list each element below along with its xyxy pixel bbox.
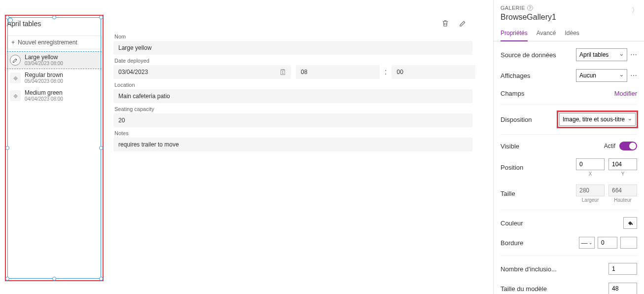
size-h-input[interactable] <box>608 184 637 196</box>
more-icon[interactable]: ⋯ <box>630 51 637 59</box>
views-label: Affichages <box>501 72 576 79</box>
field-label-location: Location <box>114 82 472 88</box>
collapse-chevron-icon[interactable]: 〉 <box>632 6 638 15</box>
layout-select[interactable]: Image, titre et sous-titre <box>559 113 636 126</box>
wrap-input[interactable] <box>608 263 637 275</box>
calendar-icon[interactable]: 🗓 <box>279 68 287 77</box>
location-input[interactable] <box>113 89 472 103</box>
pos-y-input[interactable] <box>608 158 637 170</box>
more-icon[interactable]: ⋯ <box>630 72 637 79</box>
field-label-date: Date deployed <box>114 58 472 64</box>
notes-input[interactable] <box>113 138 472 151</box>
visible-toggle[interactable] <box>619 142 637 150</box>
template-size-label: Taille du modèle <box>501 285 608 293</box>
color-picker[interactable] <box>623 217 637 229</box>
border-color-picker[interactable] <box>620 237 637 249</box>
gallery-selection-box[interactable] <box>7 17 101 279</box>
time-separator: : <box>385 68 387 76</box>
tab-advanced[interactable]: Avancé <box>537 26 556 41</box>
wrap-label: Nombre d'inclusio... <box>501 265 608 273</box>
panel-title: BrowseGallery1 <box>501 13 637 22</box>
nom-input[interactable] <box>113 41 472 55</box>
fields-edit-link[interactable]: Modifier <box>614 90 637 97</box>
datasource-select[interactable]: April tables <box>576 48 627 61</box>
canvas: April tables + Nouvel enregistrement Lar… <box>0 0 493 294</box>
hour-input[interactable] <box>296 65 380 79</box>
border-style-select[interactable]: — ⌄ <box>579 237 595 249</box>
size-w-input[interactable] <box>576 184 605 196</box>
fields-label: Champs <box>501 90 614 97</box>
position-label: Position <box>501 164 576 171</box>
properties-panel: GALERIE ? BrowseGallery1 〉 Propriétés Av… <box>493 0 644 294</box>
layout-highlight: Image, titre et sous-titre <box>557 110 638 128</box>
field-label-notes: Notes <box>114 130 472 136</box>
seating-input[interactable] <box>113 113 472 127</box>
views-select[interactable]: Aucun <box>576 69 627 82</box>
detail-form: Nom Date deployed 🗓 : Location Seating c… <box>108 15 477 151</box>
field-label-nom: Nom <box>114 34 472 39</box>
border-width-input[interactable] <box>598 237 617 249</box>
color-label: Couleur <box>501 220 623 227</box>
date-input[interactable] <box>113 65 291 79</box>
visible-state: Actif <box>604 143 615 149</box>
template-size-input[interactable] <box>608 283 637 294</box>
minute-input[interactable] <box>392 65 475 79</box>
tab-properties[interactable]: Propriétés <box>501 26 528 41</box>
layout-label: Disposition <box>501 116 558 123</box>
edit-icon[interactable] <box>459 19 467 28</box>
paint-bucket-icon <box>627 220 634 226</box>
tab-ideas[interactable]: Idées <box>565 26 579 41</box>
border-label: Bordure <box>501 239 579 247</box>
help-icon[interactable]: ? <box>527 5 533 11</box>
visible-label: Visible <box>501 143 604 150</box>
pos-x-input[interactable] <box>576 158 605 170</box>
size-label: Taille <box>501 190 576 197</box>
field-label-seating: Seating capacity <box>114 106 472 112</box>
panel-tabs: Propriétés Avancé Idées <box>494 26 644 41</box>
delete-icon[interactable] <box>441 19 450 28</box>
panel-breadcrumb: GALERIE ? <box>501 5 637 11</box>
gallery-selection-highlight <box>5 15 104 281</box>
datasource-label: Source de données <box>501 51 576 59</box>
